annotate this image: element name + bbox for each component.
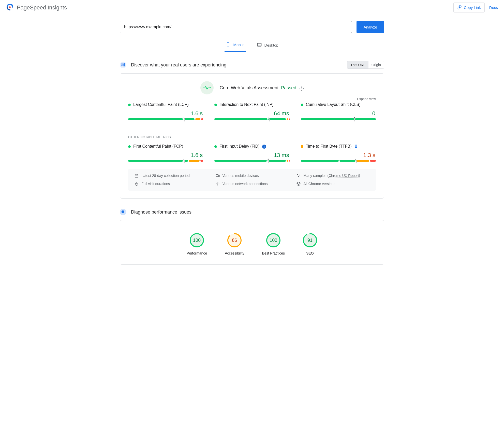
toggle-this-url[interactable]: This URL	[347, 61, 368, 68]
link-icon	[457, 5, 462, 10]
metric-name[interactable]: Time to First Byte (TTFB)	[306, 144, 352, 149]
threshold-marker	[355, 159, 358, 163]
calendar-icon	[134, 173, 139, 178]
help-icon[interactable]: ?	[300, 87, 304, 91]
metrics-divider	[128, 129, 376, 129]
gauge-value: 100	[266, 233, 281, 248]
devices-icon	[215, 173, 220, 178]
status-indicator	[128, 104, 131, 106]
svg-rect-7	[123, 64, 124, 66]
score-seo[interactable]: 91SEO	[303, 233, 317, 255]
info-period: Latest 28-day collection period	[134, 173, 208, 178]
info-visit: Full visit durations	[134, 181, 208, 186]
score-label: SEO	[306, 251, 314, 255]
tab-mobile-label: Mobile	[233, 43, 244, 47]
svg-point-24	[298, 176, 299, 177]
cwv-text: Core Web Vitals Assessment: Passed ?	[220, 85, 304, 91]
distribution-bar	[301, 160, 376, 162]
score-accessibility[interactable]: 86Accessibility	[225, 233, 244, 255]
analyze-button[interactable]: Analyze	[357, 21, 384, 33]
svg-rect-11	[269, 118, 270, 121]
distribution-bar	[214, 118, 289, 120]
metric-value: 0	[301, 110, 375, 117]
samples-icon	[296, 173, 301, 178]
crux-link[interactable]: Chrome UX Report	[329, 174, 359, 178]
metric-value: 1.6 s	[128, 110, 203, 117]
toggle-origin[interactable]: Origin	[368, 61, 384, 68]
metric-cls: Cumulative Layout Shift (CLS)0	[301, 102, 376, 120]
score-label: Performance	[187, 251, 207, 255]
svg-point-22	[297, 174, 298, 175]
tab-desktop-label: Desktop	[264, 43, 278, 47]
app-title: PageSpeed Insights	[17, 4, 67, 11]
info-devices: Various mobile devices	[215, 173, 289, 178]
distribution-bar	[128, 160, 203, 162]
cwv-badge-icon	[200, 81, 214, 94]
wifi-icon	[215, 181, 220, 186]
svg-point-9	[209, 87, 211, 89]
threshold-marker	[268, 117, 271, 121]
status-indicator	[214, 104, 217, 106]
desktop-icon	[257, 42, 262, 48]
score-label: Accessibility	[225, 251, 244, 255]
docs-link[interactable]: Docs	[489, 5, 498, 10]
gauge-icon: 91	[303, 233, 317, 248]
info-samples: Many samples (Chrome UX Report)	[296, 173, 370, 178]
svg-rect-6	[122, 65, 122, 66]
device-tabs: Mobile Desktop	[120, 40, 384, 52]
lab-card: 100Performance86Accessibility100Best Pra…	[120, 220, 384, 265]
svg-point-1	[9, 6, 11, 8]
metric-name[interactable]: Interaction to Next Paint (INP)	[219, 102, 274, 107]
score-best-practices[interactable]: 100Best Practices	[262, 233, 285, 255]
metric-value: 1.6 s	[128, 152, 203, 159]
svg-rect-14	[268, 160, 269, 163]
flask-icon	[354, 144, 358, 149]
cwv-assessment: Core Web Vitals Assessment: Passed ?	[128, 81, 376, 94]
chrome-icon	[296, 181, 301, 186]
mobile-icon	[226, 42, 231, 48]
score-label: Best Practices	[262, 251, 285, 255]
svg-rect-8	[124, 63, 125, 66]
url-input[interactable]	[120, 21, 352, 33]
lab-section-head: Diagnose performance issues	[120, 209, 384, 215]
tab-mobile[interactable]: Mobile	[225, 40, 245, 52]
metric-inp: Interaction to Next Paint (INP)64 ms	[214, 102, 289, 120]
lab-section-icon	[120, 209, 126, 215]
cwv-status: Passed	[281, 85, 296, 90]
copy-link-label: Copy Link	[464, 5, 481, 10]
metric-name[interactable]: First Input Delay (FID)	[219, 144, 259, 149]
core-metrics-grid: Largest Contentful Paint (LCP)1.6 sInter…	[128, 102, 376, 120]
other-metrics-grid: First Contentful Paint (FCP)1.6 sFirst I…	[128, 144, 376, 162]
tab-desktop[interactable]: Desktop	[256, 40, 279, 52]
distribution-bar	[214, 160, 289, 162]
score-gauges: 100Performance86Accessibility100Best Pra…	[128, 228, 376, 257]
gauge-value: 100	[189, 233, 204, 248]
info-icon[interactable]: i	[262, 145, 266, 149]
svg-rect-13	[184, 160, 185, 163]
expand-view-link[interactable]: Expand view	[128, 97, 376, 102]
svg-rect-15	[356, 160, 357, 163]
copy-link-button[interactable]: Copy Link	[453, 3, 485, 12]
metric-name[interactable]: Cumulative Layout Shift (CLS)	[306, 102, 361, 107]
svg-point-23	[299, 175, 300, 175]
status-indicator	[301, 145, 303, 148]
gauge-value: 86	[227, 233, 242, 248]
info-browsers: All Chrome versions	[296, 181, 370, 186]
svg-rect-20	[216, 175, 218, 177]
field-data-card: Core Web Vitals Assessment: Passed ? Exp…	[120, 73, 384, 199]
logo-icon	[6, 3, 14, 12]
score-performance[interactable]: 100Performance	[187, 233, 207, 255]
metric-name[interactable]: First Contentful Paint (FCP)	[133, 144, 183, 149]
status-indicator	[301, 104, 303, 106]
threshold-marker	[267, 159, 270, 163]
svg-point-28	[217, 185, 218, 185]
metric-name[interactable]: Largest Contentful Paint (LCP)	[133, 102, 189, 107]
other-metrics-title: OTHER NOTABLE METRICS	[128, 135, 376, 139]
metric-value: 1.3 s	[301, 152, 375, 159]
threshold-marker	[183, 159, 186, 163]
cwv-label: Core Web Vitals Assessment:	[220, 85, 280, 90]
metric-fid: First Input Delay (FID)i13 ms	[214, 144, 289, 162]
gauge-icon: 100	[266, 233, 281, 248]
threshold-marker	[183, 117, 186, 121]
svg-rect-12	[354, 118, 355, 121]
